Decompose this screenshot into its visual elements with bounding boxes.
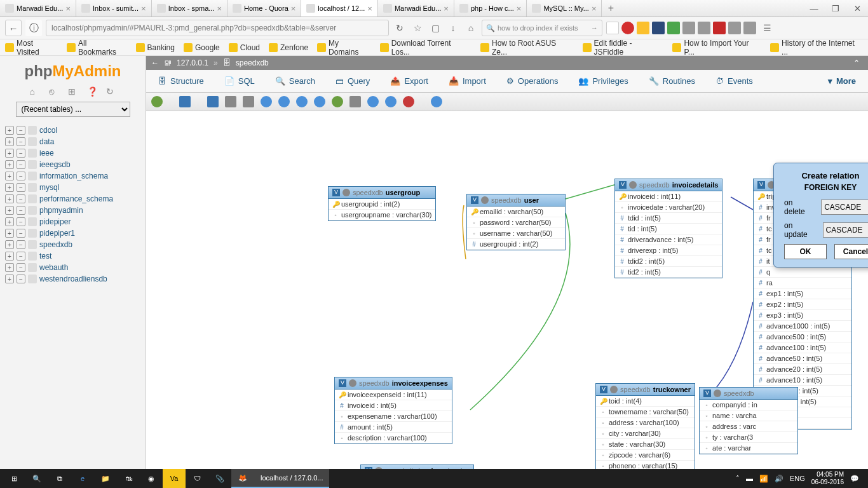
bookmark-item[interactable]: Google: [184, 43, 220, 52]
designer-canvas[interactable]: Vspeedxdb usergroup🔑usergroupid : int(2)…: [146, 111, 868, 469]
main-tab-sql[interactable]: 📄SQL: [215, 72, 264, 90]
tb-btn[interactable]: [261, 96, 272, 107]
tb-btn[interactable]: [296, 96, 308, 107]
ext-icon[interactable]: [637, 22, 649, 34]
view-icon[interactable]: V: [471, 196, 478, 204]
nav-toggle[interactable]: ←: [151, 58, 159, 67]
column-row[interactable]: #exp2 : int(5): [754, 299, 851, 310]
main-tab-import[interactable]: 📥Import: [439, 72, 496, 90]
database-item[interactable]: +−cdcol: [5, 125, 140, 136]
table-header[interactable]: Vspeedxdb: [700, 388, 797, 400]
tb-btn[interactable]: [151, 96, 163, 107]
browser-tab[interactable]: MySQL :: My...×: [527, 0, 602, 17]
expand-icon[interactable]: −: [17, 206, 25, 215]
ext-icon[interactable]: [682, 22, 695, 34]
table-truckcontractor[interactable]: Vspeedxdb truckcontractor🔑companyid : in…: [360, 464, 474, 469]
view-icon[interactable]: V: [703, 390, 711, 397]
battery-icon[interactable]: ▬: [746, 475, 753, 482]
close-tab-icon[interactable]: ×: [517, 4, 522, 13]
main-tab-structure[interactable]: 🗄Structure: [149, 72, 214, 90]
url-input[interactable]: localhost/phpmyadmin/#PMAURL-3:pmd_gener…: [46, 20, 389, 36]
column-row[interactable]: #tdid : int(5): [615, 213, 722, 224]
database-item[interactable]: +−pidepiper: [5, 216, 140, 227]
browser-tab[interactable]: localhost / 12...×: [301, 0, 378, 17]
browser-tab[interactable]: php - How c...×: [454, 0, 527, 17]
column-row[interactable]: #advance20 : int(5): [754, 364, 851, 375]
expand-icon[interactable]: +: [5, 217, 14, 226]
column-row[interactable]: ◦usergroupname : varchar(30): [329, 210, 435, 220]
gear-icon[interactable]: [342, 189, 350, 196]
recent-tables-select[interactable]: (Recent tables) ...: [16, 102, 130, 117]
ext-icon[interactable]: [621, 22, 634, 34]
app-icon[interactable]: Va: [163, 469, 186, 488]
active-window[interactable]: localhost / 127.0.0...: [254, 469, 329, 488]
downloads-icon[interactable]: ↓: [446, 21, 460, 35]
column-row[interactable]: #exp1 : int(5): [754, 288, 851, 299]
expand-icon[interactable]: −: [17, 194, 25, 203]
close-tab-icon[interactable]: ×: [444, 4, 449, 13]
bookmark-item[interactable]: Download Torrent Los...: [380, 39, 471, 57]
expand-icon[interactable]: +: [5, 172, 14, 180]
table-header[interactable]: Vspeedxdb usergroup: [329, 187, 435, 199]
column-row[interactable]: ◦password : varchar(50): [467, 217, 565, 228]
store-icon[interactable]: 🛍: [117, 469, 140, 488]
column-row[interactable]: ◦invoicedate : varchar(20): [615, 202, 722, 213]
view-icon[interactable]: V: [619, 181, 627, 189]
tb-btn[interactable]: [207, 96, 219, 107]
main-tab-more[interactable]: ▾More: [818, 72, 865, 90]
table-user[interactable]: Vspeedxdb user🔑emailid : varchar(50)◦pas…: [466, 194, 566, 250]
expand-icon[interactable]: +: [5, 183, 14, 192]
column-row[interactable]: #driverexp : int(5): [615, 245, 722, 256]
bookmark-item[interactable]: Edit fiddle - JSFiddle: [583, 39, 664, 57]
table-invoiceexpenses[interactable]: Vspeedxdb invoiceexpenses🔑invoiceexpense…: [334, 377, 452, 444]
main-tab-export[interactable]: 📤Export: [381, 72, 438, 90]
tb-btn[interactable]: [278, 96, 290, 107]
db-link[interactable]: speedxdb: [236, 58, 269, 67]
collapse-button[interactable]: ⌃: [850, 58, 863, 67]
edge-icon[interactable]: e: [71, 469, 94, 488]
column-row[interactable]: #exp3 : int(5): [754, 310, 851, 321]
main-tab-search[interactable]: 🔍Search: [266, 72, 325, 90]
docs-icon[interactable]: ❓: [87, 86, 97, 97]
gear-icon[interactable]: [481, 196, 489, 204]
expand-icon[interactable]: +: [5, 137, 14, 146]
column-row[interactable]: #tid : int(5): [615, 224, 722, 234]
column-row[interactable]: ◦state : varchar(30): [596, 439, 695, 450]
column-row[interactable]: 🔑invoiceexpenseid : int(11): [335, 390, 452, 400]
tb-btn[interactable]: [367, 96, 379, 107]
expand-icon[interactable]: +: [5, 263, 14, 272]
view-icon[interactable]: V: [339, 379, 346, 387]
column-row[interactable]: #tid2 : int(5): [615, 267, 722, 278]
database-item[interactable]: +−ieeegsdb: [5, 159, 140, 170]
close-tab-icon[interactable]: ×: [367, 4, 372, 13]
search-input[interactable]: 🔍 how to drop index if exists →: [482, 20, 602, 36]
database-item[interactable]: +−webauth: [5, 262, 140, 273]
bookmark-item[interactable]: Zenfone: [269, 43, 308, 52]
column-row[interactable]: ◦companyid : in: [700, 400, 797, 410]
main-tab-operations[interactable]: ⚙Operations: [497, 72, 568, 90]
ext-icon[interactable]: [713, 22, 726, 34]
identity-button[interactable]: ⓘ: [25, 20, 42, 36]
browser-tab[interactable]: Marwadi Edu...×: [0, 0, 76, 17]
home-icon[interactable]: ⌂: [30, 86, 40, 97]
ext-icon[interactable]: [606, 22, 619, 34]
volume-icon[interactable]: 🔊: [775, 475, 783, 483]
expand-icon[interactable]: −: [17, 252, 25, 261]
column-row[interactable]: #ra: [754, 278, 851, 288]
column-row[interactable]: ◦phoneno : varchar(15): [596, 461, 695, 469]
column-row[interactable]: ◦description : varchar(100): [335, 433, 452, 444]
column-row[interactable]: #invoiceid : int(5): [335, 400, 452, 411]
minimize-button[interactable]: ―: [803, 0, 825, 17]
language-indicator[interactable]: ENG: [790, 475, 805, 482]
expand-icon[interactable]: −: [17, 217, 25, 226]
wifi-icon[interactable]: 📶: [759, 475, 768, 483]
tb-btn[interactable]: [385, 96, 397, 107]
database-item[interactable]: +−test: [5, 250, 140, 262]
column-row[interactable]: ◦address : varc: [700, 421, 797, 432]
expand-icon[interactable]: +: [5, 206, 14, 215]
app-icon[interactable]: 🛡: [186, 469, 208, 488]
expand-icon[interactable]: +: [5, 240, 14, 249]
main-tab-routines[interactable]: 🔧Routines: [639, 72, 705, 90]
close-button[interactable]: ✕: [846, 0, 868, 17]
expand-icon[interactable]: +: [5, 274, 14, 283]
